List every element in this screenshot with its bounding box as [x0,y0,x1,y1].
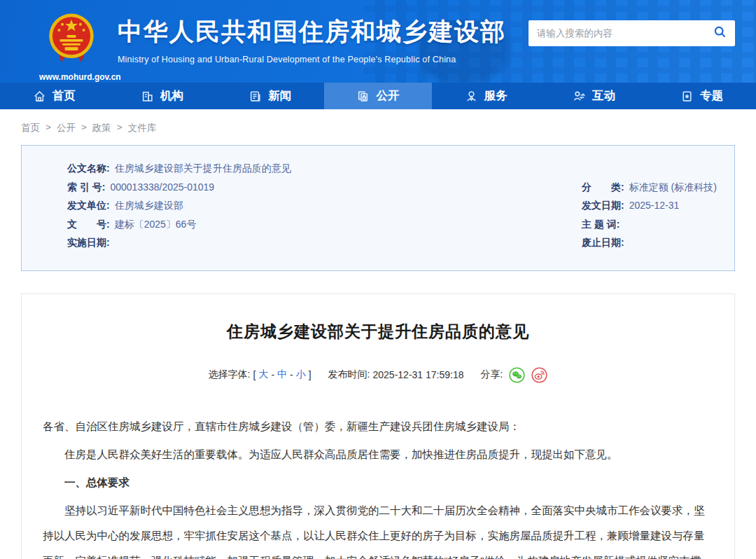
doc-index-label: 索 引 号: [67,178,105,197]
breadcrumb-separator: > [117,122,122,134]
weibo-share-icon[interactable] [531,367,547,383]
main-nav: 首页 机构 新闻 公开 [0,83,756,109]
site-url: www.mohurd.gov.cn [39,72,104,82]
breadcrumb-separator: > [46,122,51,134]
news-icon [248,90,262,103]
doc-number-row: 文 号: 建标〔2025〕66号 [67,215,536,234]
font-size-small-button[interactable]: 小 [296,368,306,381]
doc-issue-date-value: 2025-12-31 [629,196,680,215]
national-emblem-icon [45,57,98,69]
site-title-chinese: 中华人民共和国住房和城乡建设部 [118,15,506,48]
nav-item-services[interactable]: 服务 [432,83,540,109]
doc-abolition-date-row: 废止日期: [582,233,734,252]
nav-label: 服务 [484,88,507,104]
nav-item-topics[interactable]: 专题 [648,83,756,109]
breadcrumb-disclosure[interactable]: 公开 [57,122,76,134]
nav-label: 互动 [592,88,615,104]
publish-time-label: 发布时间: [328,368,370,381]
doc-index-row: 索 引 号: 000013338/2025-01019 [67,178,536,197]
publish-time: 发布时间: 2025-12-31 17:59:18 [328,368,464,381]
article-body: 各省、自治区住房城乡建设厅，直辖市住房城乡建设（管）委，新疆生产建设兵团住房城乡… [43,414,713,559]
font-selector-dash: - [271,369,274,380]
doc-subject-words-label: 主 题 词: [582,215,620,234]
breadcrumb-document-library[interactable]: 文件库 [128,122,157,134]
nav-label: 首页 [52,88,76,104]
doc-number-value: 建标〔2025〕66号 [115,215,197,234]
nav-item-organization[interactable]: 机构 [108,83,216,109]
font-selector-dash: - [290,369,293,380]
nav-label: 机构 [160,88,183,104]
breadcrumb-separator: > [81,122,87,134]
document-info-card: 公文名称: 住房城乡建设部关于提升住房品质的意见 索 引 号: 00001333… [21,145,735,271]
nav-label: 新闻 [268,88,291,104]
home-icon [33,90,46,103]
nav-item-home[interactable]: 首页 [0,83,108,109]
font-size-selector: 选择字体: [ 大 - 中 - 小 ] [209,368,312,381]
doc-name-value: 住房城乡建设部关于提升住房品质的意见 [115,159,291,178]
doc-name-label: 公文名称: [67,159,110,178]
doc-name-row: 公文名称: 住房城乡建设部关于提升住房品质的意见 [22,159,734,178]
doc-category-row: 分 类: 标准定额 (标准科技) [582,178,734,197]
search-input[interactable] [537,28,713,39]
doc-category-value: 标准定额 (标准科技) [629,178,717,197]
article-paragraph-general-requirements: 坚持以习近平新时代中国特色社会主义思想为指导，深入贯彻党的二十大和二十届历次全会… [43,498,713,559]
search-box[interactable] [528,20,735,46]
doc-implementation-date-label: 实施日期: [67,233,110,252]
breadcrumb-policy[interactable]: 政策 [92,122,111,134]
article-title: 住房城乡建设部关于提升住房品质的意见 [43,321,713,343]
search-icon[interactable] [713,25,727,41]
font-size-large-button[interactable]: 大 [258,368,268,381]
doc-index-value: 000013338/2025-01019 [110,178,214,197]
doc-issuing-unit-label: 发文单位: [67,196,110,215]
article-card: 住房城乡建设部关于提升住房品质的意见 选择字体: [ 大 - 中 - 小 ] 发… [21,294,735,559]
site-title-english: Ministry of Housing and Urban-Rural Deve… [118,55,506,64]
article-section-heading: 一、总体要求 [43,470,713,495]
font-selector-label: 选择字体: [209,368,251,381]
font-selector-bracket: [ [253,369,255,380]
breadcrumb-home[interactable]: 首页 [21,122,40,134]
doc-subject-words-row: 主 题 词: [582,215,734,234]
nav-label: 公开 [376,88,399,104]
site-header: www.mohurd.gov.cn 中华人民共和国住房和城乡建设部 Minist… [0,0,756,83]
font-size-medium-button[interactable]: 中 [277,368,287,381]
article-paragraph-intro: 住房是人民群众美好生活的重要载体。为适应人民群众高品质居住需要，加快推进住房品质… [43,442,713,467]
doc-issue-date-row: 发文日期: 2025-12-31 [582,196,734,215]
share-label: 分享: [481,368,503,381]
doc-issuing-unit-row: 发文单位: 住房城乡建设部 [67,196,536,215]
doc-issuing-unit-value: 住房城乡建设部 [115,196,183,215]
doc-number-label: 文 号: [67,215,110,234]
nav-item-news[interactable]: 新闻 [216,83,324,109]
article-meta-row: 选择字体: [ 大 - 中 - 小 ] 发布时间: 2025-12-31 17:… [43,367,713,383]
article-paragraph-salutation: 各省、自治区住房城乡建设厅，直辖市住房城乡建设（管）委，新疆生产建设兵团住房城乡… [43,414,713,439]
doc-implementation-date-row: 实施日期: [67,233,536,252]
doc-abolition-date-label: 废止日期: [582,233,624,252]
nav-label: 专题 [700,88,723,104]
breadcrumb: 首页 > 公开 > 政策 > 文件库 [0,109,756,145]
wechat-share-icon[interactable] [509,367,525,383]
nav-item-disclosure[interactable]: 公开 [324,83,432,109]
doc-issue-date-label: 发文日期: [582,196,624,215]
doc-category-label: 分 类: [582,178,624,197]
font-selector-bracket: ] [309,369,312,380]
publish-time-value: 2025-12-31 17:59:18 [373,369,464,380]
topics-icon [680,90,694,103]
nav-item-interaction[interactable]: 互动 [540,83,648,109]
service-icon [465,90,478,103]
organization-icon [141,90,154,103]
share-controls: 分享: [481,367,548,383]
disclosure-icon [356,90,370,103]
interaction-icon [573,90,586,103]
